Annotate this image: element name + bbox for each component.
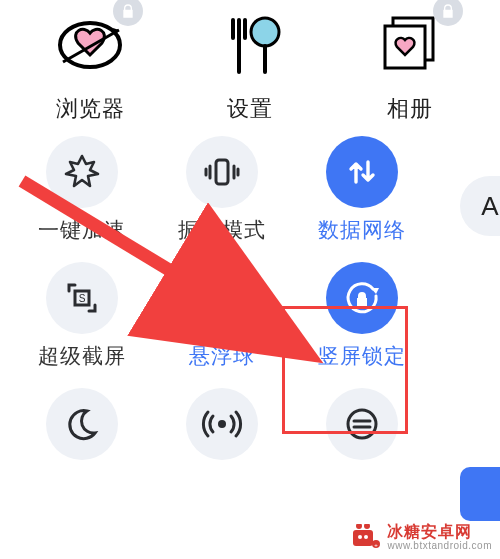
- svg-point-3: [251, 18, 279, 46]
- qs-screenshot-label: 超级截屏: [38, 342, 126, 370]
- qs-hotspot[interactable]: [152, 388, 292, 460]
- svg-point-10: [208, 284, 236, 312]
- hotspot-icon: [186, 388, 258, 460]
- quick-settings-grid: 一键加速 振动模式 数据网络 S 超级截屏: [0, 136, 432, 460]
- qs-more[interactable]: [292, 388, 432, 460]
- svg-text:S: S: [79, 293, 86, 304]
- qs-boost-label: 一键加速: [38, 216, 126, 244]
- qs-rotationlock-label: 竖屏锁定: [318, 342, 406, 370]
- app-label-browser: 浏览器: [56, 94, 125, 124]
- qs-data[interactable]: 数据网络: [292, 136, 432, 244]
- qs-rotationlock[interactable]: 竖屏锁定: [292, 262, 432, 370]
- pager-indicator[interactable]: [460, 467, 500, 521]
- app-icon-browser: [55, 10, 125, 80]
- gallery-heart-icon: [375, 10, 445, 80]
- qs-nightmode[interactable]: [12, 388, 152, 460]
- lock-badge-icon: [113, 0, 143, 26]
- rotationlock-icon: [326, 262, 398, 334]
- svg-marker-12: [371, 288, 379, 294]
- app-label-gallery: 相册: [387, 94, 433, 124]
- eye-heart-icon: [55, 10, 125, 80]
- svg-point-20: [364, 524, 370, 529]
- qs-vibrate-label: 振动模式: [178, 216, 266, 244]
- app-browser[interactable]: 浏览器: [25, 10, 155, 124]
- vibrate-icon: [186, 136, 258, 208]
- svg-point-19: [356, 524, 362, 529]
- app-row: 浏览器 设置 相册: [0, 0, 500, 124]
- screenshot-icon: S: [46, 262, 118, 334]
- watermark: + 冰糖安卓网 www.btxtandroid.com: [351, 524, 492, 551]
- qs-floatball-label: 悬浮球: [189, 342, 255, 370]
- watermark-logo-icon: +: [351, 524, 381, 550]
- svg-rect-18: [353, 530, 373, 546]
- qs-vibrate[interactable]: 振动模式: [152, 136, 292, 244]
- lock-badge-icon: [433, 0, 463, 26]
- svg-point-11: [216, 292, 228, 304]
- app-settings[interactable]: 设置: [185, 10, 315, 124]
- app-icon-settings: [215, 10, 285, 80]
- qs-screenshot[interactable]: S 超级截屏: [12, 262, 152, 370]
- qs-floatball[interactable]: 悬浮球: [152, 262, 292, 370]
- app-label-settings: 设置: [227, 94, 273, 124]
- floatball-icon: [186, 262, 258, 334]
- watermark-cn: 冰糖安卓网: [387, 524, 492, 541]
- data-icon: [326, 136, 398, 208]
- qs-boost[interactable]: 一键加速: [12, 136, 152, 244]
- boost-icon: [46, 136, 118, 208]
- svg-rect-7: [216, 160, 228, 184]
- cutlery-icon: [215, 10, 285, 80]
- app-icon-gallery: [375, 10, 445, 80]
- app-gallery[interactable]: 相册: [345, 10, 475, 124]
- moon-icon: [46, 388, 118, 460]
- svg-point-14: [348, 410, 376, 438]
- svg-point-13: [218, 420, 226, 428]
- qs-data-label: 数据网络: [318, 216, 406, 244]
- svg-point-22: [364, 535, 368, 539]
- svg-text:+: +: [375, 542, 379, 548]
- font-size-button[interactable]: A: [460, 176, 500, 236]
- svg-point-21: [358, 535, 362, 539]
- more-icon: [326, 388, 398, 460]
- watermark-en: www.btxtandroid.com: [387, 541, 492, 552]
